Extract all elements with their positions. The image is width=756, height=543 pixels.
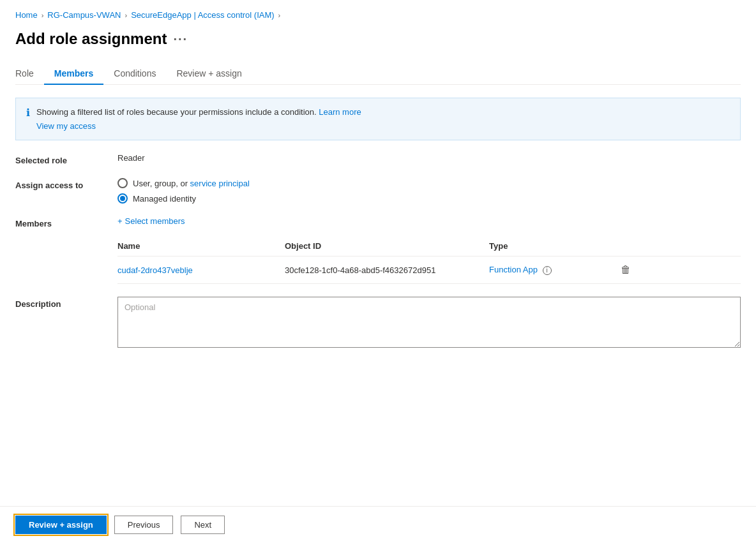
radio-managed-identity[interactable]: Managed identity	[117, 193, 741, 204]
breadcrumb: Home › RG-Campus-VWAN › SecureEdgeApp | …	[15, 10, 741, 20]
selected-role-value: Reader	[117, 153, 741, 163]
members-label: Members	[15, 216, 117, 228]
radio-user-group-label: User, group, or service principal	[133, 179, 250, 188]
info-banner-main-text: Showing a filtered list of roles because…	[36, 107, 319, 117]
radio-user-group[interactable]: User, group, or service principal	[117, 178, 741, 188]
description-textarea[interactable]	[117, 297, 741, 348]
assign-access-row: Assign access to User, group, or service…	[15, 178, 741, 204]
member-delete-cell: 🗑	[609, 257, 741, 284]
breadcrumb-sep-3: ›	[278, 11, 281, 19]
description-label: Description	[15, 297, 117, 309]
plus-icon: +	[117, 216, 123, 226]
members-table: Name Object ID Type cudaf-2dro437veblje …	[117, 236, 741, 284]
info-icon: ℹ	[26, 107, 30, 119]
breadcrumb-home[interactable]: Home	[15, 10, 38, 20]
assign-access-options: User, group, or service principal Manage…	[117, 178, 741, 204]
tab-conditions[interactable]: Conditions	[103, 63, 166, 85]
page-title: Add role assignment	[15, 30, 167, 48]
tabs-container: Role Members Conditions Review + assign	[15, 63, 741, 85]
info-banner: ℹ Showing a filtered list of roles becau…	[15, 98, 741, 140]
col-header-actions	[609, 236, 741, 257]
next-button[interactable]: Next	[181, 516, 225, 534]
learn-more-link[interactable]: Learn more	[319, 107, 361, 117]
col-header-objectid: Object ID	[277, 236, 481, 257]
assign-access-label: Assign access to	[15, 178, 117, 190]
info-banner-text: Showing a filtered list of roles because…	[36, 106, 361, 132]
member-objectid: 30cfe128-1cf0-4a68-abd5-f4632672d951	[277, 257, 481, 284]
breadcrumb-sep-2: ›	[125, 11, 127, 19]
tab-members[interactable]: Members	[44, 63, 103, 85]
select-members-link[interactable]: + Select members	[117, 216, 741, 226]
view-my-access-link[interactable]: View my access	[36, 121, 96, 131]
type-info-icon[interactable]: i	[543, 266, 552, 275]
col-header-type: Type	[481, 236, 609, 257]
description-value	[117, 297, 741, 350]
more-options-icon[interactable]: ···	[173, 32, 188, 47]
page-title-container: Add role assignment ···	[15, 30, 741, 48]
delete-member-button[interactable]: 🗑	[617, 263, 635, 277]
col-header-name: Name	[117, 236, 277, 257]
member-type: Function App i	[481, 257, 609, 284]
radio-managed-identity-circle	[117, 193, 128, 204]
selected-role-row: Selected role Reader	[15, 153, 741, 165]
review-assign-button[interactable]: Review + assign	[15, 516, 107, 534]
selected-role-label: Selected role	[15, 153, 117, 165]
breadcrumb-sep-1: ›	[42, 11, 44, 19]
members-row: Members + Select members Name Object ID …	[15, 216, 741, 284]
footer: Review + assign Previous Next	[0, 506, 756, 543]
form-section: Selected role Reader Assign access to Us…	[15, 153, 741, 350]
breadcrumb-iam[interactable]: SecureEdgeApp | Access control (IAM)	[131, 10, 274, 20]
table-row: cudaf-2dro437veblje 30cfe128-1cf0-4a68-a…	[117, 257, 741, 284]
breadcrumb-rg[interactable]: RG-Campus-VWAN	[47, 10, 121, 20]
members-value: + Select members Name Object ID Type	[117, 216, 741, 284]
description-row: Description	[15, 297, 741, 350]
member-name[interactable]: cudaf-2dro437veblje	[117, 265, 193, 275]
tab-role[interactable]: Role	[15, 63, 44, 85]
radio-group: User, group, or service principal Manage…	[117, 178, 741, 204]
select-members-text: Select members	[125, 216, 185, 226]
tab-review-assign[interactable]: Review + assign	[166, 63, 252, 85]
previous-button[interactable]: Previous	[114, 516, 174, 534]
radio-managed-identity-label: Managed identity	[133, 194, 196, 204]
radio-user-group-circle	[117, 178, 128, 188]
